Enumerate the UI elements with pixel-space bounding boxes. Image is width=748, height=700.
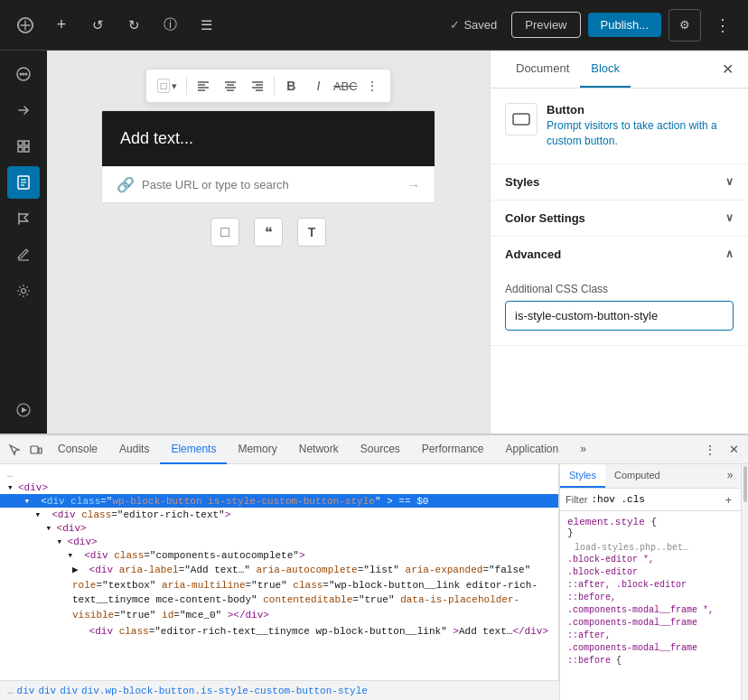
block-type-button[interactable]: □ ▾ [152, 73, 183, 98]
svg-rect-7 [18, 147, 23, 152]
elements-line-selected[interactable]: ▾ <div class="wp-block-button is-style-c… [0, 494, 558, 508]
styles-panel-tabs: Styles Computed » [560, 464, 741, 489]
add-block-button[interactable]: + [47, 11, 76, 40]
toolbar-divider-2 [274, 77, 275, 95]
style-rule-load: load-styles.php..bet… .block-editor *, .… [560, 540, 741, 669]
block-toolbar: □ ▾ B I ABC ⋮ [145, 69, 392, 103]
devtools-tab-more[interactable]: » [569, 435, 597, 464]
saved-indicator: ✓ Saved [450, 18, 497, 32]
svg-rect-5 [18, 141, 23, 145]
publish-button[interactable]: Publish... [588, 13, 661, 37]
svg-point-14 [22, 289, 26, 294]
elements-line-div[interactable]: ▾<div> [0, 481, 558, 494]
advanced-section-header[interactable]: Advanced ∧ [491, 237, 748, 272]
sidebar-icon-posts[interactable] [7, 58, 40, 90]
add-style-button[interactable]: + [721, 491, 735, 508]
align-right-button[interactable] [245, 73, 270, 98]
devtools-select-element[interactable] [4, 439, 25, 461]
breadcrumb-bar: … div div div div.wp-block-button.is-sty… [0, 680, 559, 700]
block-description: Prompt visitors to take action with a cu… [547, 118, 734, 149]
color-settings-section: Color Settings ∨ [491, 201, 748, 237]
sidebar-icon-blocks[interactable] [7, 130, 40, 163]
block-action-rect[interactable]: □ [210, 218, 239, 247]
sidebar-icon-play[interactable] [7, 394, 40, 426]
settings-button[interactable]: ⚙ [669, 9, 701, 42]
elements-line-div-aria[interactable]: ▶ <div aria-label="Add text…" aria-autoc… [0, 562, 558, 623]
breadcrumb-div-3[interactable]: div [60, 686, 78, 696]
devtools-close-button[interactable]: ✕ [723, 439, 744, 461]
block-actions: □ ❝ T [210, 218, 326, 247]
devtools-tab-performance[interactable]: Performance [411, 435, 495, 464]
block-icon [505, 103, 538, 135]
elements-line-autocomplete[interactable]: ▾ <div class="components-autocomplete"> [0, 548, 558, 562]
styles-panel-more[interactable]: » [719, 464, 741, 486]
devtools-tab-audits[interactable]: Audits [108, 435, 160, 464]
elements-line-div3[interactable]: ▾<div> [0, 535, 558, 548]
block-action-quote[interactable]: ❝ [254, 218, 283, 247]
elements-line-add-text[interactable]: <div class="editor-rich-text__tinymce wp… [0, 623, 558, 640]
block-info-text: Button Prompt visitors to take action wi… [547, 103, 734, 149]
sidebar-icon-settings[interactable] [7, 275, 40, 307]
styles-section-header[interactable]: Styles ∨ [491, 164, 748, 200]
devtools-right-icons: ⋮ ✕ [699, 439, 744, 461]
redo-button[interactable]: ↻ [119, 11, 148, 40]
align-left-button[interactable] [191, 73, 216, 98]
styles-tab-styles[interactable]: Styles [560, 464, 605, 488]
styles-tab-computed[interactable]: Computed [605, 464, 669, 488]
tab-document[interactable]: Document [505, 51, 580, 88]
devtools-device-toggle[interactable] [25, 439, 47, 461]
style-rule-element: element.style { } [560, 515, 741, 540]
main-area: □ ▾ B I ABC ⋮ [0, 51, 748, 434]
info-button[interactable]: ⓘ [155, 11, 184, 40]
color-settings-header[interactable]: Color Settings ∨ [491, 201, 748, 236]
breadcrumb-div-wp-block[interactable]: div.wp-block-button.is-style-custom-butt… [81, 686, 368, 696]
advanced-label: Advanced [505, 247, 561, 261]
block-name: Button [547, 103, 734, 117]
preview-button[interactable]: Preview [511, 12, 580, 38]
styles-label: Styles [505, 175, 539, 189]
button-text[interactable]: Add text... [120, 129, 193, 148]
devtools-tab-console[interactable]: Console [47, 435, 108, 464]
scroll-thumb[interactable] [743, 466, 747, 502]
sidebar-icon-arrow[interactable] [7, 94, 40, 126]
list-view-button[interactable]: ☰ [192, 11, 220, 40]
styles-filter-input[interactable] [591, 494, 717, 505]
sidebar-icon-flag[interactable] [7, 202, 40, 235]
scroll-indicator [741, 464, 748, 700]
devtools-tab-memory[interactable]: Memory [227, 435, 287, 464]
panel-close-button[interactable]: ✕ [722, 61, 734, 78]
elements-panel[interactable]: … ▾<div> ▾ <div class="wp-block-button i… [0, 464, 559, 680]
elements-line-editor-rich-text[interactable]: ▾ <div class="editor-rich-text"> [0, 508, 558, 521]
strikethrough-button[interactable]: ABC [332, 73, 358, 98]
breadcrumb-div-1[interactable]: div [17, 686, 35, 696]
button-block[interactable]: Add text... [102, 111, 435, 166]
wp-logo-button[interactable] [11, 11, 40, 40]
devtools-tab-network[interactable]: Network [288, 435, 350, 464]
more-menu-button[interactable]: ⋮ [708, 11, 737, 40]
elements-line[interactable]: … [0, 468, 558, 481]
block-action-text[interactable]: T [297, 218, 326, 247]
styles-section: Styles ∨ [491, 164, 748, 201]
sidebar-icon-edit[interactable] [7, 238, 40, 271]
tab-block[interactable]: Block [580, 51, 631, 88]
devtools-tab-application[interactable]: Application [495, 435, 570, 464]
css-class-input[interactable] [505, 301, 734, 331]
breadcrumb-ellipsis: … [7, 686, 14, 696]
devtools-more-button[interactable]: ⋮ [699, 439, 721, 461]
url-input[interactable] [142, 178, 400, 191]
align-center-button[interactable] [218, 73, 243, 98]
elements-line-div2[interactable]: ▾<div> [0, 521, 558, 535]
arrow-right-icon[interactable]: → [407, 178, 420, 192]
block-editor-selector[interactable]: .block-editor *, .block-editor ::after, … [567, 555, 714, 666]
undo-button[interactable]: ↺ [83, 11, 112, 40]
italic-button[interactable]: I [305, 73, 331, 98]
style-source-load[interactable]: load-styles.php..bet… [567, 542, 734, 554]
bold-button[interactable]: B [278, 73, 304, 98]
breadcrumb-div-2[interactable]: div [38, 686, 56, 696]
devtools-tab-elements[interactable]: Elements [160, 435, 227, 464]
left-sidebar [0, 51, 47, 434]
sidebar-icon-page[interactable] [7, 166, 40, 199]
element-style-selector[interactable]: element.style { [567, 517, 657, 527]
more-rich-text-button[interactable]: ⋮ [360, 73, 385, 98]
devtools-tab-sources[interactable]: Sources [350, 435, 411, 464]
